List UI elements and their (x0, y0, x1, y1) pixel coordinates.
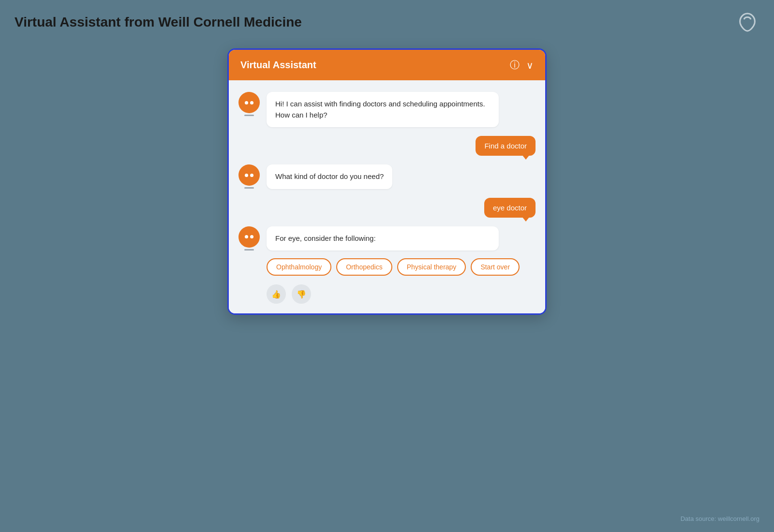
option-physical-therapy[interactable]: Physical therapy (397, 258, 466, 276)
page-title: Virtual Assistant from Weill Cornell Med… (15, 15, 302, 30)
bot-avatar-dot-2a (245, 174, 248, 177)
chevron-down-icon[interactable]: ∨ (526, 59, 534, 71)
bot-message-row-1: Hi! I can assist with finding doctors an… (238, 92, 536, 127)
bot-avatar-dot (250, 101, 253, 104)
bot-avatar-dot-3a (245, 235, 248, 238)
bot-avatar-dots-3 (245, 235, 253, 238)
chat-header: Virtual Assistant ⓘ ∨ (229, 50, 545, 80)
chat-header-controls: ⓘ ∨ (510, 59, 534, 72)
info-icon[interactable]: ⓘ (510, 59, 520, 72)
bot-avatar-dot (245, 101, 248, 104)
thumbs-down-button[interactable]: 👎 (292, 284, 311, 304)
chat-widget: Virtual Assistant ⓘ ∨ Hi! I can assist w… (227, 48, 547, 315)
bot-avatar-1 (238, 92, 260, 113)
bot-avatar-dot-2b (250, 174, 253, 177)
user-message-row-1: Find a doctor (238, 136, 536, 156)
bot-message-row-2: What kind of doctor do you need? (238, 164, 536, 189)
thumbs-down-icon: 👎 (297, 290, 306, 299)
chat-body: Hi! I can assist with finding doctors an… (229, 80, 545, 313)
chat-header-title: Virtual Assistant (240, 59, 316, 71)
bot-message-1: Hi! I can assist with finding doctors an… (267, 92, 499, 127)
option-start-over[interactable]: Start over (471, 258, 520, 276)
option-ophthalmology[interactable]: Ophthalmology (267, 258, 331, 276)
thumbs-up-icon: 👍 (271, 290, 281, 299)
thumbs-up-button[interactable]: 👍 (267, 284, 286, 304)
user-message-row-2: eye doctor (238, 198, 536, 218)
bot-avatar-dots-2 (245, 174, 253, 177)
bot-avatar-3 (238, 226, 260, 248)
bot-message-content-3: For eye, consider the following: Ophthal… (267, 226, 520, 304)
datasource-attribution: Data source: weillcornell.org (681, 515, 759, 522)
option-orthopedics[interactable]: Orthopedics (336, 258, 392, 276)
bot-avatar-dot-3b (250, 235, 253, 238)
bot-avatar-2 (238, 164, 260, 186)
user-message-2: eye doctor (484, 198, 536, 218)
user-message-1: Find a doctor (476, 136, 536, 156)
bot-message-row-3: For eye, consider the following: Ophthal… (238, 226, 536, 304)
feedback-row: 👍 👎 (267, 284, 520, 304)
bot-avatar-dots (245, 101, 253, 104)
logo-icon (735, 10, 759, 34)
bot-message-3: For eye, consider the following: (267, 226, 499, 251)
options-row: Ophthalmology Orthopedics Physical thera… (267, 258, 520, 276)
bot-message-2: What kind of doctor do you need? (267, 164, 392, 189)
